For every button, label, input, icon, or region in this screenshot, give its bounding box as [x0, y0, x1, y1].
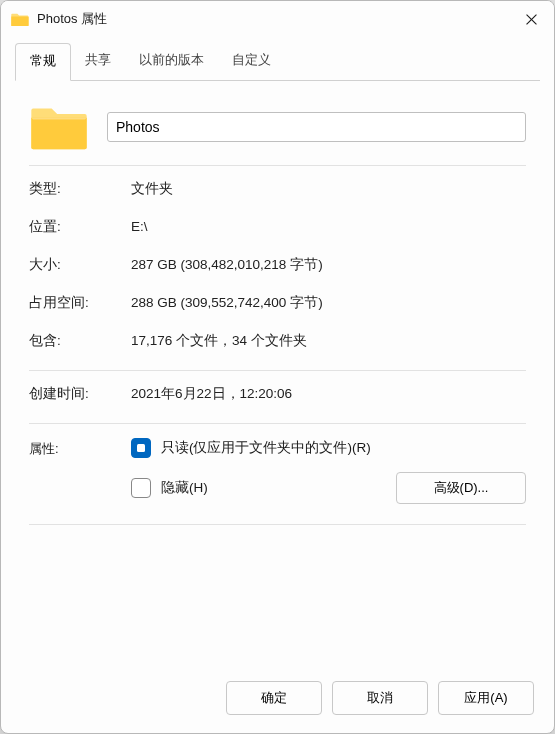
apply-button[interactable]: 应用(A) — [438, 681, 534, 715]
tab-general[interactable]: 常规 — [15, 43, 71, 81]
value-created: 2021年6月22日，12:20:06 — [131, 385, 526, 403]
folder-large-icon — [29, 103, 89, 151]
tab-row: 常规 共享 以前的版本 自定义 — [1, 43, 554, 81]
hidden-checkbox[interactable] — [131, 478, 151, 498]
value-size-on-disk: 288 GB (309,552,742,400 字节) — [131, 294, 526, 312]
separator — [29, 524, 526, 525]
label-created: 创建时间: — [29, 385, 121, 403]
separator — [29, 165, 526, 166]
label-location: 位置: — [29, 218, 121, 236]
value-location: E:\ — [131, 219, 526, 234]
tab-body-general: 类型: 文件夹 位置: E:\ 大小: 287 GB (308,482,010,… — [1, 81, 554, 665]
label-size: 大小: — [29, 256, 121, 274]
tab-previous-versions[interactable]: 以前的版本 — [125, 43, 218, 81]
tab-share[interactable]: 共享 — [71, 43, 125, 81]
window-title: Photos 属性 — [37, 10, 508, 28]
properties-dialog: Photos 属性 常规 共享 以前的版本 自定义 — [0, 0, 555, 734]
value-type: 文件夹 — [131, 180, 526, 198]
tab-custom[interactable]: 自定义 — [218, 43, 285, 81]
close-button[interactable] — [508, 1, 554, 37]
folder-icon — [11, 12, 29, 26]
value-size: 287 GB (308,482,010,218 字节) — [131, 256, 526, 274]
dialog-button-bar: 确定 取消 应用(A) — [1, 665, 554, 733]
cancel-button[interactable]: 取消 — [332, 681, 428, 715]
close-icon — [526, 14, 537, 25]
titlebar: Photos 属性 — [1, 1, 554, 37]
label-attributes: 属性: — [29, 438, 121, 458]
separator — [29, 423, 526, 424]
folder-name-input[interactable] — [107, 112, 526, 142]
ok-button[interactable]: 确定 — [226, 681, 322, 715]
readonly-label: 只读(仅应用于文件夹中的文件)(R) — [161, 439, 371, 457]
label-size-on-disk: 占用空间: — [29, 294, 121, 312]
label-type: 类型: — [29, 180, 121, 198]
advanced-button[interactable]: 高级(D)... — [396, 472, 526, 504]
hidden-label: 隐藏(H) — [161, 479, 208, 497]
value-contains: 17,176 个文件，34 个文件夹 — [131, 332, 526, 350]
readonly-checkbox[interactable] — [131, 438, 151, 458]
label-contains: 包含: — [29, 332, 121, 350]
separator — [29, 370, 526, 371]
